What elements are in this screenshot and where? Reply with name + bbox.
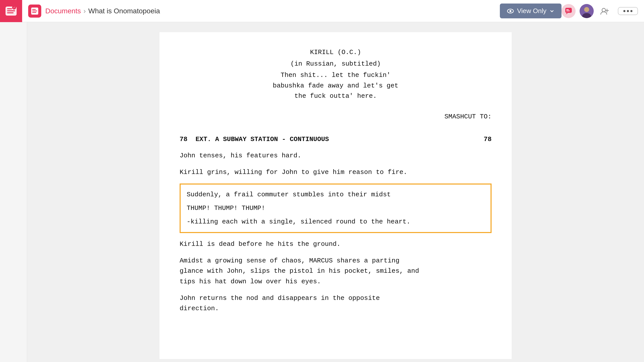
main-content: KIRILL (O.C.) (in Russian, subtitled) Th… [27,22,644,362]
dialogue-line3: the fuck outta' here. [180,91,492,102]
dot1 [623,10,625,12]
action-line-4: Amidst a growing sense of chaos, MARCUS … [180,256,492,287]
svg-rect-7 [32,9,36,10]
svg-rect-3 [7,12,14,13]
dialogue: Then shit... let the fuckin' babushka fa… [180,70,492,102]
svg-rect-9 [32,12,36,13]
scene-number-right: 78 [484,134,492,145]
navbar: ✓ Documents › What is Onomatopoeia View … [0,0,644,22]
action-line-5: John returns the nod and disappears in t… [180,293,492,314]
scene-heading-text: 78 EXT. A SUBWAY STATION - CONTINUOUS [180,134,329,145]
svg-rect-2 [7,10,15,11]
highlighted-block: Suddenly, a frail commuter stumbles into… [180,184,492,233]
svg-point-11 [509,10,511,12]
svg-rect-14 [566,11,570,11]
action-line-3: Kirill is dead before he hits the ground… [180,239,492,250]
svg-point-18 [602,8,606,12]
dialogue-line1: Then shit... let the fuckin' [180,70,492,81]
action4-line3: tips his hat down low over his eyes. [180,277,492,287]
breadcrumb-arrow: › [84,7,86,15]
dot2 [627,10,629,12]
highlighted-line-3: -killing each with a single, silenced ro… [187,217,485,227]
svg-rect-8 [32,11,37,11]
action4-line1: Amidst a growing sense of chaos, MARCUS … [180,256,492,266]
action5-line1: John returns the nod and disappears in t… [180,293,492,304]
scene-heading-title: EXT. A SUBWAY STATION - CONTINUOUS [195,134,329,145]
document-page: KIRILL (O.C.) (in Russian, subtitled) Th… [159,32,512,359]
nav-doc-icon[interactable] [28,5,41,18]
app-logo[interactable]: ✓ [0,0,22,22]
breadcrumb: Documents › What is Onomatopoeia [45,7,490,15]
view-only-button[interactable]: View Only [500,4,561,18]
svg-point-16 [584,7,589,12]
dialogue-line2: babushka fade away and let's get [180,81,492,91]
svg-rect-12 [565,8,572,13]
screenplay: KIRILL (O.C.) (in Russian, subtitled) Th… [180,47,492,314]
dot3 [630,10,632,12]
documents-link[interactable]: Documents [45,7,81,15]
parenthetical: (in Russian, subtitled) [180,59,492,69]
svg-rect-1 [7,8,12,9]
scene-transition: SMASHCUT TO: [180,112,492,122]
highlighted-line-2: THUMP! THUMP! THUMP! [187,203,485,214]
action5-line2: direction. [180,303,492,314]
action-line-2: Kirill grins, willing for John to give h… [180,167,492,178]
chat-icon-button[interactable] [561,4,576,18]
action-line-1: John tenses, his features hard. [180,151,492,161]
svg-text:✓: ✓ [13,6,15,10]
nav-right [561,4,638,18]
view-only-label: View Only [517,7,546,15]
sidebar [0,22,27,362]
user-avatar[interactable] [580,4,594,18]
highlighted-line-1: Suddenly, a frail commuter stumbles into… [187,190,485,200]
more-options-button[interactable] [618,7,638,15]
scene-heading: 78 EXT. A SUBWAY STATION - CONTINUOUS 78 [180,134,492,145]
add-person-button[interactable] [598,4,612,18]
scene-number-left: 78 [180,134,187,145]
action4-line2: glance with John, slips the pistol in hi… [180,266,492,277]
svg-rect-13 [566,9,569,10]
breadcrumb-current: What is Onomatopoeia [88,7,160,15]
character-name: KIRILL (O.C.) [180,47,492,58]
